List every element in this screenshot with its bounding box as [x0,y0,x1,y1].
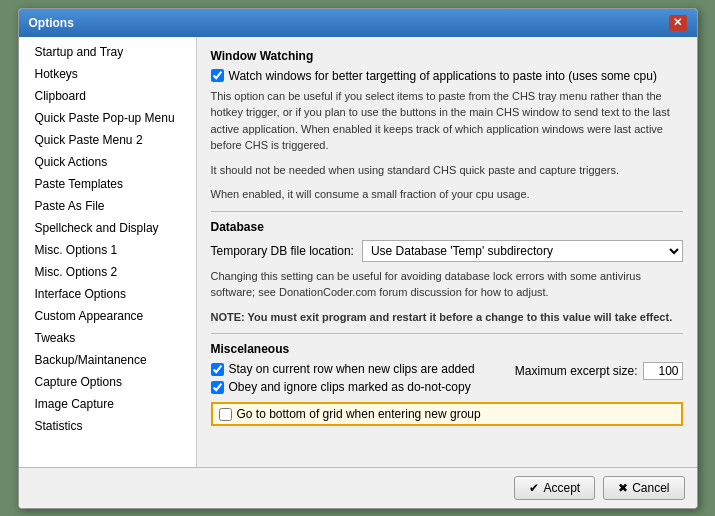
misc-row2: Obey and ignore clips marked as do-not-c… [211,380,475,394]
sidebar-item-quick-actions[interactable]: Quick Actions [19,151,196,173]
dialog-title: Options [29,16,74,30]
options-dialog: Options ✕ Startup and Tray Hotkeys Clipb… [18,8,698,509]
accept-button[interactable]: ✔ Accept [514,476,595,500]
window-watching-title: Window Watching [211,49,683,63]
misc-checkboxes: Stay on current row when new clips are a… [211,362,475,398]
goto-bottom-checkbox[interactable] [219,408,232,421]
stay-on-row-label: Stay on current row when new clips are a… [229,362,475,376]
max-excerpt-input[interactable] [643,362,683,380]
sidebar-item-quick-paste-popup[interactable]: Quick Paste Pop-up Menu [19,107,196,129]
db-note: NOTE: You must exit program and restart … [211,309,683,326]
dialog-body: Startup and Tray Hotkeys Clipboard Quick… [19,37,697,467]
accept-label: Accept [543,481,580,495]
sidebar: Startup and Tray Hotkeys Clipboard Quick… [19,37,197,467]
sidebar-item-spellcheck[interactable]: Spellcheck and Display [19,217,196,239]
goto-bottom-row: Go to bottom of grid when entering new g… [211,402,683,426]
max-excerpt-label: Maximum excerpt size: [515,364,638,378]
divider2 [211,333,683,334]
ignore-clips-label: Obey and ignore clips marked as do-not-c… [229,380,471,394]
window-watching-checkbox[interactable] [211,69,224,82]
ww-desc3: When enabled, it will consume a small fr… [211,186,683,203]
close-button[interactable]: ✕ [669,15,687,31]
ww-desc1: This option can be useful if you select … [211,88,683,154]
sidebar-item-startup[interactable]: Startup and Tray [19,41,196,63]
sidebar-item-backup[interactable]: Backup/Maintanence [19,349,196,371]
ignore-clips-checkbox[interactable] [211,381,224,394]
sidebar-item-paste-as-file[interactable]: Paste As File [19,195,196,217]
sidebar-item-clipboard[interactable]: Clipboard [19,85,196,107]
max-excerpt-container: Maximum excerpt size: [515,362,683,380]
sidebar-item-misc2[interactable]: Misc. Options 2 [19,261,196,283]
window-watching-label: Watch windows for better targetting of a… [229,69,657,83]
ww-desc2: It should not be needed when using stand… [211,162,683,179]
title-bar: Options ✕ [19,9,697,37]
db-row: Temporary DB file location: Use Database… [211,240,683,262]
cancel-label: Cancel [632,481,669,495]
sidebar-item-interface[interactable]: Interface Options [19,283,196,305]
sidebar-item-custom-appearance[interactable]: Custom Appearance [19,305,196,327]
sidebar-item-paste-templates[interactable]: Paste Templates [19,173,196,195]
misc-top: Stay on current row when new clips are a… [211,362,683,398]
stay-on-row-checkbox[interactable] [211,363,224,376]
divider1 [211,211,683,212]
misc-row1: Stay on current row when new clips are a… [211,362,475,376]
cancel-icon: ✖ [618,481,628,495]
cancel-button[interactable]: ✖ Cancel [603,476,684,500]
main-content: Window Watching Watch windows for better… [197,37,697,467]
sidebar-item-hotkeys[interactable]: Hotkeys [19,63,196,85]
sidebar-item-misc1[interactable]: Misc. Options 1 [19,239,196,261]
misc-title: Miscelaneous [211,342,683,356]
db-select[interactable]: Use Database 'Temp' subdirectory [362,240,683,262]
database-title: Database [211,220,683,234]
window-watching-checkbox-row: Watch windows for better targetting of a… [211,69,683,83]
footer: ✔ Accept ✖ Cancel [19,467,697,508]
goto-bottom-label: Go to bottom of grid when entering new g… [237,407,481,421]
db-desc: Changing this setting can be useful for … [211,268,683,301]
sidebar-item-capture[interactable]: Capture Options [19,371,196,393]
sidebar-item-image-capture[interactable]: Image Capture [19,393,196,415]
sidebar-item-tweaks[interactable]: Tweaks [19,327,196,349]
sidebar-item-quick-paste-menu2[interactable]: Quick Paste Menu 2 [19,129,196,151]
accept-icon: ✔ [529,481,539,495]
sidebar-item-statistics[interactable]: Statistics [19,415,196,437]
db-label: Temporary DB file location: [211,244,354,258]
